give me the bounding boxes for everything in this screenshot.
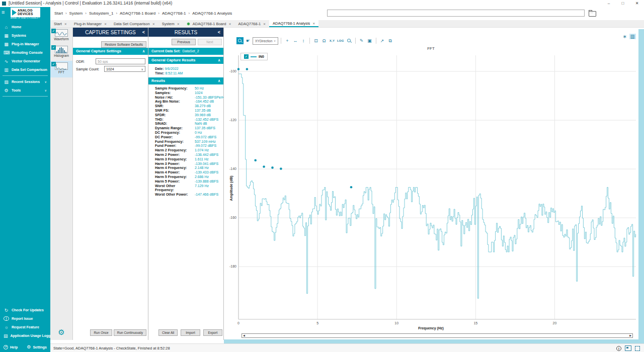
session-path-input[interactable] [327, 10, 585, 17]
menu-icon[interactable]: ≡ [2, 9, 5, 15]
fft-marker[interactable] [280, 167, 282, 170]
tab-adaq7768-1-board[interactable]: ADAQ7768-1 Board✕ [183, 20, 235, 27]
view-item-fft[interactable]: ✓FFT [50, 61, 72, 77]
tab-bar: Start✕Plug-in Manager✕Data Set Compariso… [50, 20, 644, 28]
tab-close-icon[interactable]: ✕ [263, 22, 266, 26]
sidebar-item-plug-in-manager[interactable]: ▩Plug-in Manager [0, 40, 50, 48]
move-axes-button[interactable]: + [284, 37, 291, 44]
tab-data-set-comparison[interactable]: Data Set Comparison✕ [110, 20, 158, 27]
zoom-coordinates-button[interactable] [346, 37, 353, 44]
collapse-panel-icon[interactable]: < [218, 30, 220, 35]
fit-view-button[interactable]: ⊡ [312, 37, 319, 44]
chart-legend[interactable]: ✓ IN0 [240, 53, 268, 60]
svg-text:-120: -120 [229, 118, 236, 122]
table-view-icon[interactable]: ▥ [629, 34, 636, 39]
tab-system[interactable]: System✕ [158, 20, 183, 27]
tab-close-icon[interactable]: ✕ [152, 22, 155, 26]
annotate-button[interactable]: ✎ [358, 37, 365, 44]
fft-marker[interactable] [237, 68, 240, 70]
fft-marker[interactable] [350, 186, 353, 189]
export-button[interactable]: Export [203, 329, 222, 336]
sidebar-item-vector-generator[interactable]: ∿Vector Generator [0, 57, 50, 65]
fft-marker[interactable] [254, 159, 257, 162]
analysis-settings-gear-icon[interactable]: ⚙ [50, 328, 72, 337]
collapse-panel-icon[interactable]: < [142, 30, 145, 35]
general-capture-results-section[interactable]: General Capture Results ∧ [148, 57, 223, 64]
breadcrumb-item-start[interactable]: Start [54, 11, 63, 16]
minimize-button[interactable]: – [602, 0, 616, 7]
fullscreen-icon[interactable] [635, 346, 640, 351]
view-item-histogram[interactable]: ✓Histogram [50, 44, 72, 61]
pan-button[interactable]: ☛ [245, 37, 252, 44]
tab-close-icon[interactable]: ✕ [177, 22, 180, 26]
sidebar-item-recent-sessions[interactable]: ▨Recent Sessions∨ [0, 77, 50, 86]
tab-close-icon[interactable]: ✕ [312, 22, 315, 25]
screen-share-icon[interactable] [625, 345, 631, 351]
restore-defaults-button[interactable]: Restore Software Defaults [101, 41, 146, 48]
general-capture-settings-section[interactable]: General Capture Settings ∧ [73, 48, 148, 55]
header-bar: ≡ ANALOGDEVICES AHEAD OF WHAT'S POSSIBLE… [0, 7, 644, 21]
result-value: -139.433 dBFS [195, 170, 218, 175]
sidebar-item-check-for-updates[interactable]: ↻Check For Updates [0, 306, 50, 314]
log-scale-button[interactable]: LOG [337, 37, 345, 44]
close-button[interactable]: ✕ [630, 0, 644, 7]
sidebar-item-report-issue[interactable]: !Report Issue [0, 314, 50, 323]
breadcrumb-item-adaq7768-1-board[interactable]: ADAQ7768-1 Board [120, 11, 155, 16]
checkbox-checked-icon[interactable]: ✓ [51, 45, 56, 50]
odr-input[interactable] [96, 58, 145, 64]
copy-chart-button[interactable]: ⧉ [387, 37, 394, 44]
tab-plug-in-manager[interactable]: Plug-in Manager✕ [70, 20, 110, 27]
run-once-button[interactable]: Run Once [90, 329, 112, 336]
tab-close-icon[interactable]: ✕ [64, 22, 67, 26]
chart-horizontal-scrollbar[interactable]: ◀ ▶ [242, 333, 633, 338]
info-icon[interactable]: i [616, 346, 621, 351]
scale-y-button[interactable]: ↕ [300, 37, 307, 44]
fft-marker[interactable] [263, 165, 265, 168]
sidebar-item-settings[interactable]: ⚙ Settings [27, 344, 47, 349]
scroll-right-icon[interactable]: ▶ [629, 334, 631, 337]
xy-coordinates-button[interactable]: X,Y [329, 37, 336, 44]
sidebar-item-tools[interactable]: ⚙Tools∨ [0, 86, 50, 95]
legend-checkbox[interactable]: ✓ [244, 54, 249, 59]
sidebar-item-help[interactable]: ? Help [4, 345, 18, 349]
results-section[interactable]: Results ∧ [148, 77, 223, 84]
maximize-button[interactable]: □ [616, 0, 630, 7]
breadcrumb-item-adaq7768-1[interactable]: ADAQ7768-1 [162, 11, 186, 16]
view-item-waveform[interactable]: ✓Waveform [50, 28, 72, 44]
fft-plot[interactable]: 05101520-100-120-140-160-180 [224, 50, 638, 330]
sidebar-item-remoting-console[interactable]: ⌨Remoting Console [0, 48, 50, 57]
breadcrumb-item-adaq7768-1-analysis[interactable]: ADAQ7768-1 Analysis [192, 11, 232, 16]
sidebar-item-data-set-comparison[interactable]: ▥Data Set Comparison [0, 65, 50, 74]
export-chart-button[interactable]: ↗ [379, 37, 386, 44]
scale-x-button[interactable]: ↔ [292, 37, 299, 44]
tab-start[interactable]: Start✕ [50, 20, 70, 27]
fft-marker[interactable] [246, 68, 249, 70]
previous-button[interactable]: Previous [172, 39, 196, 45]
tab-close-icon[interactable]: ✕ [228, 22, 231, 26]
breadcrumb-item-system[interactable]: System [69, 11, 83, 16]
breadcrumb-item-subsystem-1[interactable]: Subsystem_1 [89, 11, 113, 16]
sample-count-select[interactable]: 1024 ∨ [104, 66, 145, 72]
zoom-box-button[interactable] [236, 37, 244, 44]
scroll-left-icon[interactable]: ◀ [243, 334, 245, 337]
next-button[interactable]: Next [198, 39, 222, 45]
fft-marker[interactable] [271, 166, 274, 169]
checkbox-checked-icon[interactable]: ✓ [51, 29, 56, 33]
checkbox-checked-icon[interactable]: ✓ [51, 62, 56, 66]
tab-adaq7768-1[interactable]: ADAQ7768-1✕ [234, 20, 269, 27]
clear-all-button[interactable]: Clear All [158, 329, 178, 336]
browse-folder-icon[interactable] [589, 11, 596, 17]
tab-adaq7768-1-analysis[interactable]: ADAQ7768-1 Analysis✕ [269, 20, 318, 27]
pin-chart-icon[interactable]: ∗ [622, 34, 626, 39]
tab-close-icon[interactable]: ✕ [104, 22, 107, 26]
undo-zoom-button[interactable]: Ω [320, 37, 328, 44]
import-button[interactable]: Import [181, 329, 200, 336]
snapshot-button[interactable]: ▣ [366, 37, 373, 44]
xy-direction-dropdown[interactable]: XYDirection∨ [253, 37, 278, 45]
sidebar-item-application-usage-logging[interactable]: ▤Application Usage Logging [0, 331, 50, 340]
breadcrumb-separator: › [65, 11, 67, 16]
sidebar-item-request-feature[interactable]: ☼Request Feature [0, 323, 50, 331]
run-continuously-button[interactable]: Run Continuously [114, 329, 146, 336]
sidebar-item-home[interactable]: ⌂Home [0, 23, 50, 31]
sidebar-item-systems[interactable]: ▦Systems [0, 31, 50, 40]
